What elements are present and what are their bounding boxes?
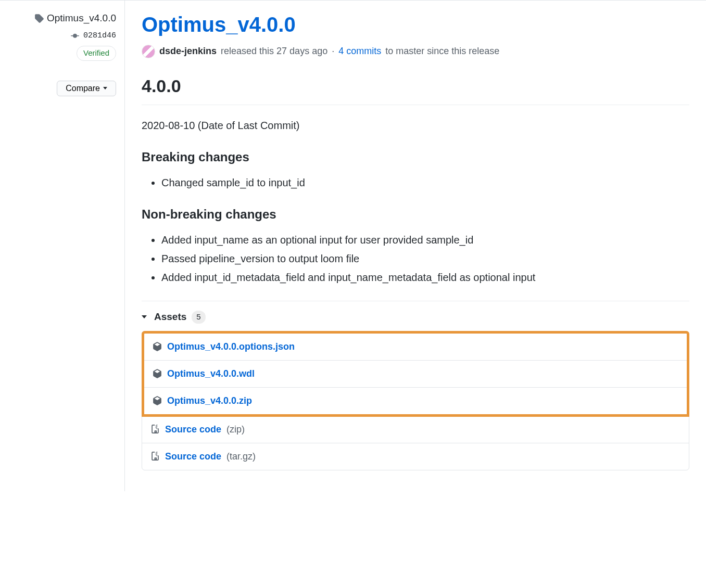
assets-list: Optimus_v4.0.0.options.jsonOptimus_v4.0.… (142, 331, 689, 470)
asset-ext: (zip) (226, 423, 245, 437)
list-item: Changed sample_id to input_id (161, 175, 689, 190)
asset-link[interactable]: Source code (165, 423, 221, 437)
asset-row[interactable]: Source code (tar.gz) (142, 443, 689, 470)
compare-button[interactable]: Compare (57, 81, 116, 96)
release-title[interactable]: Optimus_v4.0.0 (142, 9, 689, 40)
date-line: 2020-08-10 (Date of Last Commit) (142, 118, 689, 133)
nonbreaking-heading: Non-breaking changes (142, 205, 689, 224)
release-byline: dsde-jenkins released this 27 days ago ·… (142, 44, 689, 58)
asset-row[interactable]: Optimus_v4.0.0.zip (144, 387, 687, 414)
list-item: Added input_id_metadata_field and input_… (161, 270, 689, 285)
assets-toggle[interactable]: Assets 5 (142, 310, 689, 325)
commits-link[interactable]: 4 commits (338, 44, 381, 58)
separator: · (332, 44, 334, 58)
asset-row[interactable]: Optimus_v4.0.0.wdl (144, 360, 687, 387)
caret-down-icon (142, 315, 147, 318)
asset-link[interactable]: Optimus_v4.0.0.wdl (167, 367, 255, 381)
author-link[interactable]: dsde-jenkins (159, 44, 217, 58)
tag-icon (34, 14, 44, 23)
asset-ext: (tar.gz) (226, 450, 256, 464)
asset-link[interactable]: Optimus_v4.0.0.zip (167, 394, 252, 408)
compare-label: Compare (66, 84, 100, 93)
package-icon (153, 396, 162, 405)
file-zip-icon (150, 425, 160, 434)
commit-icon (71, 32, 79, 40)
list-item: Passed pipeline_version to output loom f… (161, 251, 689, 266)
file-zip-icon (150, 452, 160, 461)
released-text: released this 27 days ago (221, 44, 327, 58)
nonbreaking-list: Added input_name as an optional input fo… (142, 232, 689, 285)
package-icon (153, 342, 162, 351)
assets-count: 5 (192, 311, 205, 324)
divider (142, 301, 689, 301)
breaking-list: Changed sample_id to input_id (142, 175, 689, 190)
breaking-heading: Breaking changes (142, 148, 689, 167)
version-heading: 4.0.0 (142, 73, 689, 105)
assets-label: Assets (154, 310, 186, 325)
caret-down-icon (103, 87, 107, 90)
tag-name: Optimus_v4.0.0 (47, 11, 116, 26)
list-item: Added input_name as an optional input fo… (161, 232, 689, 248)
tag-label[interactable]: Optimus_v4.0.0 (34, 11, 116, 26)
avatar[interactable] (142, 45, 155, 58)
commits-suffix: to master since this release (385, 44, 499, 58)
asset-link[interactable]: Source code (165, 450, 221, 464)
asset-link[interactable]: Optimus_v4.0.0.options.json (167, 340, 295, 354)
asset-row[interactable]: Optimus_v4.0.0.options.json (144, 334, 687, 360)
asset-row[interactable]: Source code (zip) (142, 416, 689, 443)
package-icon (153, 369, 162, 378)
verified-badge[interactable]: Verified (77, 46, 116, 61)
commit-ref[interactable]: 0281d46 (71, 30, 116, 42)
commit-sha: 0281d46 (83, 30, 116, 42)
